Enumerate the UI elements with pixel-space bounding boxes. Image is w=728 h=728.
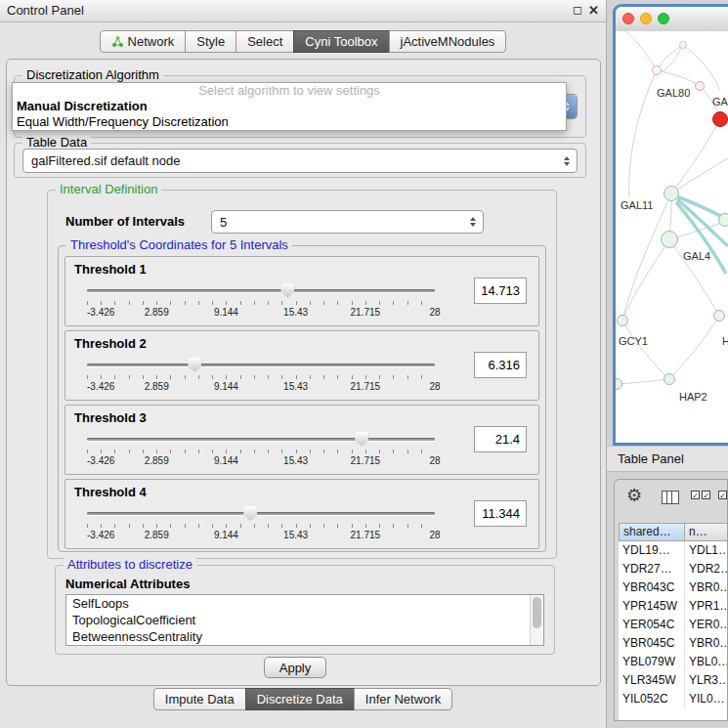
tick-label: -3.426 — [87, 307, 114, 318]
tab-jactivemnodules[interactable]: jActiveMNodules — [389, 30, 507, 53]
table-row[interactable]: YPR145WYPR1… — [619, 597, 727, 616]
tick-label: 28 — [429, 307, 440, 318]
threshold-slider[interactable] — [87, 358, 435, 373]
dropdown-option-equal-width-frequency[interactable]: Equal Width/Frequency Discretization — [13, 114, 566, 130]
network-node[interactable] — [718, 213, 728, 227]
table-row[interactable]: YBR043CYBR0… — [619, 578, 727, 597]
table-row[interactable]: YBR045CYBR0… — [619, 634, 727, 653]
threshold-panel-4: Threshold 4-3.4262.8599.14415.4321.71528… — [64, 479, 539, 549]
network-node[interactable] — [713, 310, 725, 321]
network-node[interactable] — [695, 81, 705, 91]
slider-track[interactable] — [87, 438, 435, 441]
table-row[interactable]: YER054CYER0… — [619, 616, 727, 634]
list-item-selfloops[interactable]: SelfLoops — [66, 595, 543, 612]
tick-label: 28 — [429, 381, 440, 392]
minimize-traffic-light-icon[interactable] — [640, 13, 652, 24]
checkbox-icon: ✓ — [718, 491, 727, 499]
column-header-1[interactable]: shared… — [619, 523, 685, 541]
float-window-icon[interactable]: ◻ — [573, 3, 582, 17]
tab-label: jActiveMNodules — [401, 34, 495, 49]
threshold-value-field[interactable]: 21.4 — [474, 426, 527, 452]
number-of-intervals-combobox[interactable]: 5 — [211, 210, 484, 234]
slider-thumb-icon[interactable] — [188, 358, 201, 372]
slider-tick-labels: -3.4262.8599.14415.4321.71528 — [87, 307, 435, 318]
tab-discretize-data[interactable]: Discretize Data — [245, 688, 355, 710]
table-row[interactable]: YBL079WYBL0… — [619, 653, 727, 671]
table-data-combobox[interactable]: galFiltered.sif default node — [22, 149, 578, 173]
slider-thumb-icon[interactable] — [280, 283, 294, 298]
numerical-attributes-list[interactable]: SelfLoopsTopologicalCoefficientBetweenne… — [65, 594, 544, 646]
close-traffic-light-icon[interactable] — [622, 13, 634, 24]
dropdown-option-manual-discretization[interactable]: Manual Discretization — [13, 99, 566, 114]
network-node[interactable] — [664, 373, 675, 385]
table-body: YDL19…YDL1…YDR27…YDR2…YBR043CYBR0…YPR145… — [619, 541, 727, 720]
list-scrollbar-thumb[interactable] — [533, 597, 541, 628]
numerical-attributes-label: Numerical Attributes — [65, 577, 190, 591]
network-node[interactable] — [617, 315, 628, 326]
combobox-stepper-icon[interactable] — [556, 150, 577, 172]
network-node[interactable] — [652, 65, 662, 75]
tick-label: 21.715 — [351, 307, 381, 318]
tab-label: Select — [247, 34, 282, 49]
threshold-slider[interactable] — [87, 506, 435, 522]
tick-label: 15.43 — [283, 307, 308, 318]
network-node[interactable] — [664, 186, 679, 201]
zoom-traffic-light-icon[interactable] — [658, 13, 669, 24]
threshold-value-field[interactable]: 6.316 — [474, 352, 527, 378]
network-node[interactable] — [661, 231, 678, 248]
table-row[interactable]: YDL19…YDL1… — [619, 541, 727, 560]
tab-impute-data[interactable]: Impute Data — [153, 688, 246, 710]
tab-label: Discretize Data — [257, 692, 343, 707]
cell: YBR0… — [685, 634, 727, 653]
tick-label: 9.144 — [214, 455, 238, 466]
slider-tick-marks — [87, 524, 435, 528]
tab-label: Infer Network — [365, 692, 441, 707]
threshold-slider[interactable] — [87, 283, 435, 299]
slider-track[interactable] — [87, 289, 435, 292]
show-columns-icon[interactable] — [662, 491, 679, 504]
column-header-2[interactable]: n… — [685, 523, 728, 541]
cell: YBR0… — [685, 578, 727, 597]
slider-tick-marks — [87, 301, 435, 305]
select-columns-icon[interactable]: ✓✓ — [691, 491, 710, 499]
slider-thumb-icon[interactable] — [243, 506, 257, 521]
cell: YLR345W — [619, 671, 685, 690]
select-rows-icon[interactable]: ✓✓ — [718, 491, 728, 499]
table-row[interactable]: YLR345WYLR3… — [619, 671, 727, 690]
list-item-betweennesscentrality[interactable]: BetweennessCentrality — [66, 628, 543, 645]
gear-icon[interactable]: ⚙ — [626, 485, 642, 506]
cell: YBR045C — [619, 634, 685, 653]
table-row[interactable]: YIL052CYIL0… — [619, 690, 727, 708]
cell: YPR1… — [685, 597, 727, 616]
table-row[interactable]: YDR27…YDR2… — [619, 560, 727, 578]
network-node[interactable] — [679, 41, 687, 49]
node-label-h: H — [722, 335, 728, 347]
tab-select[interactable]: Select — [236, 30, 294, 53]
threshold-slider[interactable] — [87, 432, 435, 448]
number-of-intervals-value: 5 — [220, 211, 459, 233]
cell: YLR3… — [685, 671, 727, 690]
tick-label: 2.859 — [145, 307, 169, 318]
table-panel-title: Table Panel — [618, 451, 684, 466]
list-item-topologicalcoefficient[interactable]: TopologicalCoefficient — [66, 612, 543, 628]
combobox-stepper-icon[interactable] — [462, 211, 483, 233]
tab-style[interactable]: Style — [185, 30, 236, 53]
slider-tick-labels: -3.4262.8599.14415.4321.71528 — [87, 530, 435, 540]
threshold-value-field[interactable]: 14.713 — [474, 278, 527, 304]
tab-network[interactable]: Network — [100, 30, 187, 53]
slider-thumb-icon[interactable] — [355, 432, 368, 447]
attributes-to-discretize-group: Attributes to discretize Numerical Attri… — [55, 565, 555, 655]
apply-button[interactable]: Apply — [264, 657, 326, 678]
table-data-combobox-value: galFiltered.sif default node — [31, 150, 553, 172]
network-node-selected[interactable] — [712, 111, 728, 127]
tick-label: 15.43 — [283, 381, 308, 392]
cell: YDR2… — [685, 560, 727, 578]
slider-track[interactable] — [87, 512, 435, 515]
slider-track[interactable] — [87, 364, 435, 366]
network-canvas[interactable]: GAL80GAGAL11GAL4GCY1HHAP2 — [616, 31, 728, 443]
tab-cyni-toolbox[interactable]: Cyni Toolbox — [293, 30, 389, 53]
threshold-value-field[interactable]: 11.344 — [474, 500, 527, 527]
close-window-icon[interactable]: ✕ — [588, 3, 599, 18]
list-scrollbar[interactable] — [530, 595, 543, 645]
tab-infer-network[interactable]: Infer Network — [354, 688, 452, 710]
